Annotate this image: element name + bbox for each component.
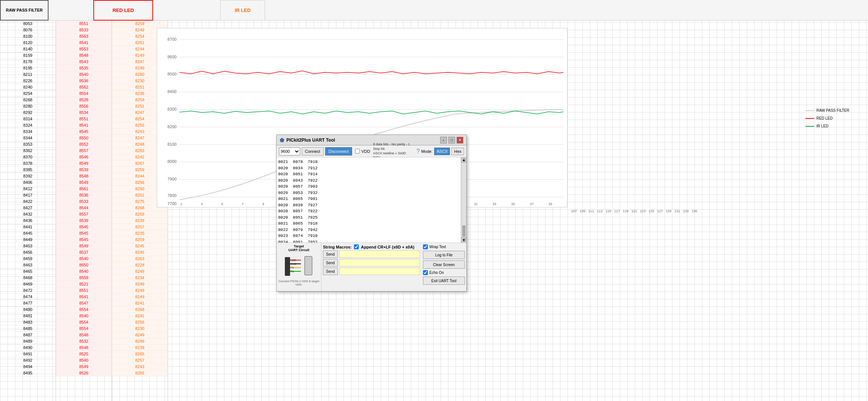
scroll-down-button[interactable]: ▼ — [461, 237, 466, 243]
table-row: 8465 — [0, 268, 56, 275]
table-row: 8140 — [0, 46, 56, 52]
macro-header: String Macros: Append CR+LF (x0D + x0A) — [323, 244, 420, 249]
table-row: 8539 — [56, 167, 112, 173]
scroll-up-button[interactable]: ▲ — [461, 157, 466, 163]
ir-led-header: IR LED — [220, 0, 265, 21]
table-row: 8263 — [112, 256, 168, 262]
table-row: 8314 — [0, 116, 56, 122]
table-row: 8249 — [112, 268, 168, 275]
table-row: 8249 — [112, 332, 168, 338]
dialog-window-controls[interactable]: - □ × — [440, 137, 463, 144]
table-row: 8241 — [112, 300, 168, 306]
table-row: 8257 — [112, 357, 168, 364]
list-item: 8021 8065 7918 — [278, 220, 459, 227]
macro-input-1[interactable] — [339, 250, 420, 258]
svg-text:9: 9 — [262, 202, 264, 206]
table-row: 8548 — [56, 345, 112, 351]
clear-screen-button[interactable]: Clear Screen — [423, 260, 465, 269]
table-row: 8539 — [56, 218, 112, 224]
table-row: 8226 — [0, 78, 56, 84]
minimize-button[interactable]: - — [440, 137, 447, 144]
table-row: 8249 — [112, 287, 168, 294]
svg-rect-50 — [305, 256, 312, 275]
macro-row-3: Send — [323, 268, 420, 275]
table-row: 8469 — [0, 281, 56, 287]
log-to-file-button[interactable]: Log to File — [423, 251, 465, 259]
scroll-thumb[interactable] — [462, 225, 466, 237]
list-item: 8020 8053 7932 — [278, 190, 459, 196]
macro-input-2[interactable] — [339, 259, 420, 266]
table-row: 8541 — [56, 294, 112, 300]
append-crlf-checkbox[interactable] — [354, 244, 359, 249]
svg-text:8500: 8500 — [168, 72, 177, 76]
macro-input-3[interactable] — [339, 268, 420, 275]
table-row: 8211 — [0, 71, 56, 78]
macro-send-3-button[interactable]: Send — [323, 268, 338, 275]
list-item: 8021 8078 7918 — [278, 159, 459, 165]
table-row: 8076 — [0, 27, 56, 33]
table-row: 8558 — [56, 275, 112, 281]
table-row: 8463 — [0, 262, 56, 268]
table-row: 8378 — [0, 160, 56, 167]
table-row: 8427 — [0, 205, 56, 211]
svg-text:7900: 7900 — [168, 177, 177, 181]
table-row: 8551 — [56, 21, 112, 27]
dialog-title-text: PICkit2Plus UART Tool — [286, 138, 335, 143]
macro-send-2-button[interactable]: Send — [323, 259, 338, 266]
table-row: 8547 — [56, 300, 112, 306]
svg-text:RX: RX — [290, 270, 294, 273]
table-row: 8481 — [0, 313, 56, 319]
table-row: 8406 — [0, 179, 56, 186]
close-button[interactable]: × — [457, 137, 463, 144]
table-row: 8540 — [56, 268, 112, 275]
table-row: 8485 — [0, 326, 56, 332]
svg-text:1: 1 — [180, 202, 182, 206]
help-icon[interactable]: ? — [416, 148, 420, 155]
table-row: 8370 — [0, 154, 56, 160]
vdd-checkbox[interactable] — [355, 149, 360, 154]
table-row: 8412 — [0, 186, 56, 192]
table-row: 8239 — [112, 345, 168, 351]
table-row: 8195 — [0, 65, 56, 71]
table-row: 8525 — [56, 351, 112, 357]
terminal-scrollbar[interactable]: ▲ ▼ — [461, 157, 466, 243]
ascii-mode-button[interactable]: ASCII — [434, 148, 450, 155]
svg-text:VDD: VDD — [290, 259, 296, 262]
right-buttons-panel: Wrap Text Log to File Clear Screen Echo … — [421, 243, 466, 291]
disconnect-button[interactable]: Disconnect — [325, 147, 352, 155]
hex-mode-button[interactable]: Hex — [451, 148, 464, 155]
table-row: 8563 — [56, 33, 112, 40]
legend-raw-pass: RAW PASS FILTER — [805, 108, 849, 112]
table-row: 8528 — [56, 97, 112, 103]
macro-send-1-button[interactable]: Send — [323, 250, 338, 258]
table-row: 8495 — [0, 370, 56, 376]
table-row: 8548 — [56, 332, 112, 338]
table-row: 8549 — [56, 179, 112, 186]
wrap-text-checkbox[interactable] — [423, 244, 428, 249]
table-row: 8532 — [56, 338, 112, 345]
echo-on-checkbox[interactable] — [423, 270, 428, 275]
list-item: 8020 8057 7922 — [278, 208, 459, 215]
maximize-button[interactable]: □ — [448, 137, 455, 144]
table-row: 8417 — [0, 192, 56, 198]
vdd-checkbox-area[interactable]: VDD — [355, 149, 370, 154]
list-item: 8020 8051 7925 — [278, 215, 459, 221]
table-row: 8562 — [56, 84, 112, 90]
table-row: 8453 — [0, 243, 56, 249]
table-row: 8557 — [56, 211, 112, 218]
table-row: 8268 — [0, 97, 56, 103]
table-row: 8362 — [0, 148, 56, 154]
table-row: 8554 — [56, 90, 112, 97]
terminal-area[interactable]: 8021 8078 79188020 8034 79128020 8051 79… — [277, 157, 461, 243]
macro-row-1: Send — [323, 250, 420, 258]
wrap-text-area: Wrap Text — [423, 244, 465, 249]
exit-uart-tool-button[interactable]: Exit UART Tool — [423, 277, 465, 285]
table-row: 8543 — [56, 59, 112, 65]
table-row: 8385 — [0, 167, 56, 173]
connect-button[interactable]: Connect — [302, 147, 324, 155]
baud-rate-select[interactable]: 9600 — [279, 147, 300, 155]
table-row: 8230 — [112, 326, 168, 332]
table-row: 8549 — [56, 160, 112, 167]
dialog-body: 8021 8078 79188020 8034 79128020 8051 79… — [277, 157, 466, 243]
table-row: 8243 — [112, 364, 168, 370]
